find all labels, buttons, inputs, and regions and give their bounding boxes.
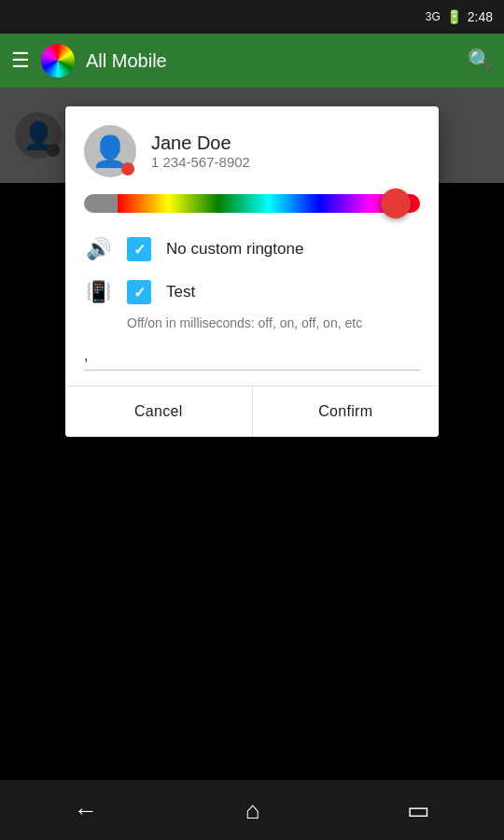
modal-overlay: 👤 Jane Doe 1 234-567-8902 🔊 No custom ri… xyxy=(0,88,504,780)
pattern-input[interactable] xyxy=(84,342,420,371)
dialog: 👤 Jane Doe 1 234-567-8902 🔊 No custom ri… xyxy=(65,106,439,437)
menu-icon[interactable]: ☰ xyxy=(11,49,30,73)
dialog-buttons: Cancel Confirm xyxy=(65,385,439,437)
vibration-icon: 📳 xyxy=(84,280,112,304)
color-slider-track[interactable] xyxy=(84,194,420,213)
search-icon[interactable]: 🔍 xyxy=(468,49,493,73)
dialog-header: 👤 Jane Doe 1 234-567-8902 xyxy=(65,106,439,187)
signal-icon: 3G xyxy=(426,10,441,23)
ringtone-icon: 🔊 xyxy=(84,237,112,261)
ringtone-row: 🔊 No custom ringtone xyxy=(65,228,439,271)
input-row xyxy=(65,336,439,380)
ringtone-label: No custom ringtone xyxy=(166,240,303,259)
app-logo xyxy=(41,44,75,77)
vibration-label: Test xyxy=(166,283,195,301)
back-button[interactable] xyxy=(55,789,117,833)
dialog-contact-name: Jane Doe xyxy=(151,133,250,154)
dialog-contact-info: Jane Doe 1 234-567-8902 xyxy=(151,133,250,170)
vibration-description: Off/on in milliseconds: off, on, off, on… xyxy=(65,314,439,336)
battery-icon: 🔋 xyxy=(446,9,462,24)
vibration-checkbox[interactable] xyxy=(127,280,151,304)
dialog-contact-phone: 1 234-567-8902 xyxy=(151,154,250,170)
cancel-button[interactable]: Cancel xyxy=(65,386,253,437)
time-display: 2:48 xyxy=(468,9,493,24)
color-slider-container xyxy=(65,187,439,228)
app-title: All Mobile xyxy=(86,50,456,72)
app-bar: ☰ All Mobile 🔍 xyxy=(0,34,504,88)
home-button[interactable] xyxy=(227,789,279,833)
color-slider-thumb[interactable] xyxy=(381,189,411,218)
confirm-button[interactable]: Confirm xyxy=(253,386,440,437)
recents-button[interactable] xyxy=(388,789,449,833)
ringtone-checkbox[interactable] xyxy=(127,237,151,261)
status-bar: 3G 🔋 2:48 xyxy=(0,0,504,34)
vibration-row: 📳 Test xyxy=(65,271,439,314)
dialog-avatar-dot xyxy=(121,162,134,175)
bottom-nav xyxy=(0,780,504,840)
dialog-avatar: 👤 xyxy=(84,125,136,177)
